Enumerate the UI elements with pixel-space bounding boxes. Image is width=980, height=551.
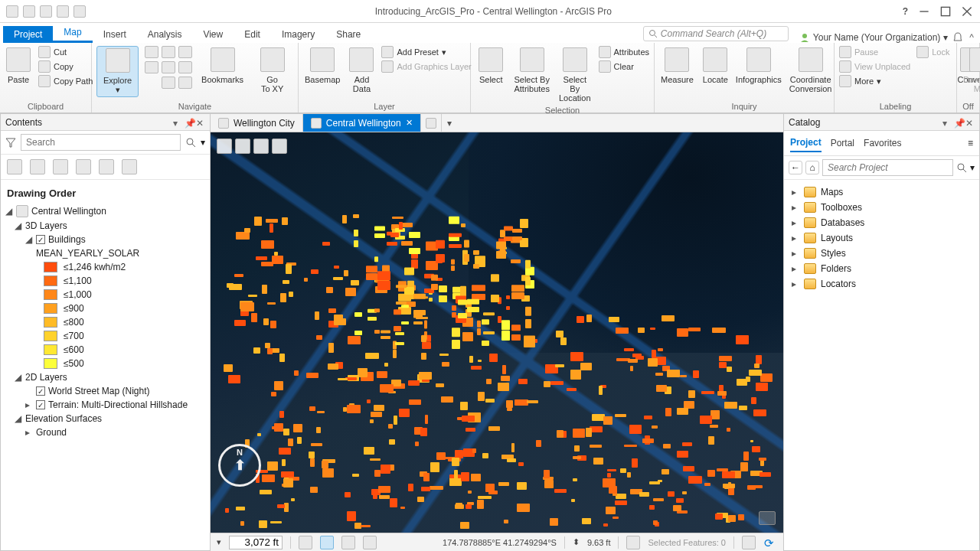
view-tab-wellington-city[interactable]: Wellington City	[211, 114, 303, 132]
qat-undo-icon[interactable]	[57, 5, 69, 18]
add-data-button[interactable]: Add Data	[348, 46, 375, 95]
select-button[interactable]: Select	[475, 46, 506, 86]
expand-icon[interactable]: ▸	[792, 187, 799, 197]
catalog-item-layouts[interactable]: ▸Layouts	[789, 230, 975, 246]
locate-button[interactable]: Locate	[701, 46, 730, 86]
add-preset-button[interactable]: Add Preset ▾	[381, 46, 471, 58]
pan-icon[interactable]	[235, 139, 250, 154]
view-unplaced-button[interactable]: View Unplaced	[839, 60, 910, 73]
buildings-checkbox[interactable]: ✓	[36, 235, 45, 244]
list-by-source-icon[interactable]	[30, 159, 45, 174]
tab-map[interactable]: Map	[53, 24, 92, 43]
close-icon[interactable]	[962, 6, 972, 17]
search-dropdown-icon[interactable]: ▾	[201, 137, 205, 148]
bookmarks-button[interactable]: Bookmarks	[200, 46, 245, 86]
layer-terrain-hillshade[interactable]: ▸✓Terrain: Multi-Directional Hillshade	[4, 398, 207, 412]
list-by-labeling-icon[interactable]	[122, 159, 137, 174]
catalog-tab-favorites[interactable]: Favorites	[864, 135, 901, 152]
coordinate-conversion-button[interactable]: Coordinate Conversion	[788, 46, 834, 95]
catalog-back-icon[interactable]: ←	[789, 161, 802, 174]
list-by-selection-icon[interactable]	[53, 159, 68, 174]
tab-analysis[interactable]: Analysis	[137, 26, 193, 43]
basemap-button[interactable]: Basemap	[303, 46, 341, 86]
expand-icon[interactable]: ▸	[792, 202, 799, 213]
attributes-button[interactable]: Attributes	[599, 46, 649, 58]
list-by-snapping-icon[interactable]	[99, 159, 114, 174]
pane-menu-icon[interactable]: ▾	[173, 118, 182, 127]
add-graphics-layer-button[interactable]: Add Graphics Layer	[381, 60, 471, 73]
next-extent-icon[interactable]	[178, 61, 192, 73]
corrections-icon[interactable]	[363, 536, 377, 549]
ground-surface[interactable]: ▸Ground	[4, 425, 207, 439]
scene-view[interactable]: ⬆	[211, 132, 783, 533]
pane-pin-icon[interactable]: 📌	[954, 118, 963, 127]
catalog-item-toolboxes[interactable]: ▸Toolboxes	[789, 200, 975, 215]
download-map-button[interactable]: Download Map	[962, 46, 980, 95]
tab-insert[interactable]: Insert	[93, 26, 137, 43]
ribbon-collapse-icon[interactable]: ^	[963, 32, 980, 43]
paste-button[interactable]: Paste	[5, 46, 32, 86]
group-2d-layers[interactable]: ◢2D Layers	[4, 370, 207, 384]
lock-labeling-button[interactable]: Lock	[916, 46, 949, 58]
explore-button[interactable]: Explore ▾	[96, 46, 139, 97]
group-3d-layers[interactable]: ◢3D Layers	[4, 219, 207, 233]
catalog-item-locators[interactable]: ▸Locators	[789, 276, 975, 292]
catalog-tab-project[interactable]: Project	[790, 134, 822, 152]
view-tabs-menu[interactable]: ▾	[442, 114, 457, 132]
grid-icon[interactable]	[320, 536, 334, 549]
more-labeling-button[interactable]: More ▾	[839, 75, 910, 87]
qat-new-icon[interactable]	[6, 5, 18, 18]
catalog-item-folders[interactable]: ▸Folders	[789, 261, 975, 276]
pause-drawing-icon[interactable]	[742, 536, 756, 549]
pane-close-icon[interactable]: ✕	[965, 118, 975, 127]
go-to-xy-button[interactable]: Go To XY	[251, 46, 293, 95]
user-menu[interactable]: Your Name (Your Organization) ▾	[795, 32, 953, 43]
view-mode-icon[interactable]	[217, 139, 232, 154]
prev-extent-icon[interactable]	[178, 46, 192, 58]
help-icon[interactable]: ?	[903, 6, 908, 17]
select-by-attributes-button[interactable]: Select By Attributes	[512, 46, 550, 95]
catalog-item-styles[interactable]: ▸Styles	[789, 246, 975, 261]
expand-icon[interactable]: ▸	[792, 263, 799, 274]
qat-redo-icon[interactable]	[74, 5, 86, 18]
expand-icon[interactable]: ▸	[792, 279, 799, 289]
list-by-drawing-order-icon[interactable]	[7, 159, 22, 174]
layer-world-street-map[interactable]: ▸✓World Street Map (Night)	[4, 384, 207, 398]
command-search[interactable]: Command Search (Alt+Q)	[643, 26, 789, 41]
view-tab-central-wellington[interactable]: Central Wellington ✕	[303, 114, 421, 132]
tab-project[interactable]: Project	[3, 26, 53, 43]
pane-menu-icon[interactable]: ▾	[942, 118, 952, 127]
search-dropdown-icon[interactable]: ▾	[970, 162, 975, 173]
tab-imagery[interactable]: Imagery	[271, 26, 325, 43]
walk-icon[interactable]	[253, 139, 269, 154]
zoom-to-sel-icon[interactable]	[145, 61, 158, 73]
full-extent-icon[interactable]	[145, 46, 158, 58]
terrain-checkbox[interactable]: ✓	[36, 400, 45, 409]
pane-pin-icon[interactable]: 📌	[185, 118, 194, 127]
dynamic-constraints-icon[interactable]	[341, 536, 355, 549]
pause-labeling-button[interactable]: Pause	[839, 46, 910, 58]
expand-icon[interactable]: ▸	[792, 233, 799, 243]
tab-share[interactable]: Share	[325, 26, 371, 43]
nav-fwd-icon[interactable]	[178, 77, 192, 89]
fixed-zoom-in-icon[interactable]	[162, 46, 175, 58]
refresh-icon[interactable]: ⟳	[763, 536, 777, 549]
streets-checkbox[interactable]: ✓	[36, 386, 45, 396]
measure-button[interactable]: Measure	[659, 46, 695, 86]
catalog-menu-icon[interactable]: ≡	[968, 138, 973, 148]
list-by-editing-icon[interactable]	[76, 159, 91, 174]
scene-node[interactable]: ◢Central Wellington	[4, 204, 207, 219]
catalog-search[interactable]	[822, 159, 953, 176]
scale-input[interactable]	[229, 536, 283, 549]
pane-close-icon[interactable]: ✕	[196, 118, 205, 127]
selection-status-icon[interactable]	[626, 536, 640, 549]
filter-icon[interactable]	[5, 137, 16, 148]
copy-button[interactable]: Copy	[38, 60, 93, 73]
catalog-home-icon[interactable]: ⌂	[805, 161, 819, 174]
search-icon[interactable]	[956, 162, 967, 173]
layer-buildings[interactable]: ◢✓Buildings	[4, 233, 207, 246]
clear-selection-button[interactable]: Clear	[599, 60, 649, 73]
snapping-icon[interactable]	[299, 536, 312, 549]
contents-search[interactable]	[21, 134, 181, 151]
navigator-compass[interactable]: ⬆	[218, 444, 261, 487]
